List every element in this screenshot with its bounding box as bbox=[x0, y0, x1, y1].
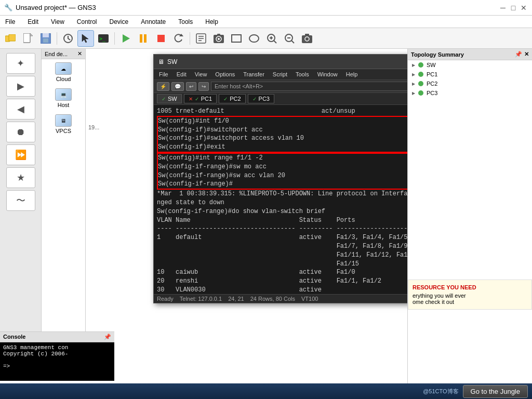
nav-btn-fast-forward[interactable]: ⏩ bbox=[6, 144, 35, 165]
reload-button[interactable] bbox=[170, 30, 187, 47]
tab-sw[interactable]: ✓ SW bbox=[157, 94, 182, 103]
tab-sw-check: ✓ bbox=[162, 96, 166, 102]
tab-pc2[interactable]: ✓ PC2 bbox=[219, 94, 245, 103]
pc2-status-dot bbox=[418, 81, 423, 86]
zoom-in-button[interactable] bbox=[263, 30, 280, 47]
history-button[interactable] bbox=[60, 30, 76, 47]
svg-line-30 bbox=[291, 41, 294, 43]
title-bar-controls: ─ □ ✕ bbox=[499, 4, 528, 12]
topology-pc2[interactable]: ▶ PC2 bbox=[408, 79, 532, 88]
term-toolbar-chat[interactable]: 💬 bbox=[171, 82, 184, 91]
zoom-out-button[interactable] bbox=[281, 30, 298, 47]
menu-device[interactable]: Device bbox=[107, 17, 132, 26]
open-folder-button[interactable] bbox=[2, 30, 19, 47]
console-pin[interactable]: 📌 bbox=[104, 334, 111, 340]
window-title: Unsaved project* — GNS3 bbox=[16, 4, 96, 11]
menu-file[interactable]: File bbox=[2, 17, 18, 26]
nav-btn-star[interactable]: ★ bbox=[6, 167, 35, 188]
term-toolbar-redo[interactable]: ↪ bbox=[198, 82, 209, 91]
console-panel: Console 📌 GNS3 management con Copyright … bbox=[0, 331, 114, 383]
pc3-name: PC3 bbox=[427, 90, 437, 96]
nav-btn-left-arrow[interactable]: ◀ bbox=[6, 99, 35, 119]
svg-marker-10 bbox=[123, 34, 130, 43]
device-host[interactable]: 💻 Host bbox=[42, 85, 85, 111]
svg-line-26 bbox=[274, 41, 276, 43]
menu-tools[interactable]: Tools bbox=[175, 17, 196, 26]
pc1-expand-icon: ▶ bbox=[412, 72, 415, 77]
term-menu-transfer[interactable]: Transfer bbox=[241, 70, 267, 78]
save-button[interactable] bbox=[37, 30, 54, 47]
topology-sw[interactable]: ▶ SW bbox=[408, 60, 532, 70]
edit-button[interactable] bbox=[193, 30, 209, 47]
topology-pin[interactable]: 📌 bbox=[515, 51, 522, 58]
terminal-content[interactable]: 1005 trnet-default act/unsup Sw(config)#… bbox=[154, 105, 407, 294]
topology-pc3[interactable]: ▶ PC3 bbox=[408, 88, 532, 98]
svg-rect-2 bbox=[23, 33, 30, 43]
term-menu-options[interactable]: Options bbox=[213, 70, 237, 78]
open-file-button[interactable] bbox=[20, 30, 36, 47]
ellipse-button[interactable] bbox=[246, 30, 262, 47]
term-menu-view[interactable]: View bbox=[193, 70, 209, 78]
vpcs-icon: 🖥 bbox=[55, 114, 72, 127]
tab-pc3[interactable]: ✓ PC3 bbox=[248, 94, 274, 103]
topology-controls: 📌 ✕ bbox=[515, 51, 529, 58]
menu-control[interactable]: Control bbox=[74, 17, 100, 26]
svg-rect-11 bbox=[140, 34, 142, 43]
play-button[interactable] bbox=[117, 30, 134, 47]
term-menu-window[interactable]: Window bbox=[315, 70, 340, 78]
device-cloud[interactable]: ☁ Cloud bbox=[42, 59, 85, 85]
pc2-name: PC2 bbox=[427, 81, 437, 87]
canvas-area[interactable]: SW f1/0 f1/2 f1/1 bbox=[86, 49, 407, 399]
camera-button[interactable] bbox=[299, 30, 315, 47]
menu-edit[interactable]: Edit bbox=[24, 17, 42, 26]
term-menu-script[interactable]: Script bbox=[271, 70, 289, 78]
nav-btn-right-arrow[interactable]: ▶ bbox=[6, 76, 35, 97]
menu-view[interactable]: View bbox=[48, 17, 68, 26]
topology-close[interactable]: ✕ bbox=[524, 51, 529, 58]
svg-rect-13 bbox=[157, 35, 165, 42]
device-vpcs[interactable]: 🖥 VPCS bbox=[42, 111, 85, 137]
sw-expand-icon: ▶ bbox=[412, 63, 415, 68]
menu-bar: File Edit View Control Device Annotate T… bbox=[0, 16, 532, 28]
term-menu-edit[interactable]: Edit bbox=[175, 70, 189, 78]
terminal-tabs: ✓ SW ✕ ✓ PC1 ✓ PC2 ✓ PC3 ◀ ▶ bbox=[154, 93, 407, 105]
tab-pc1[interactable]: ✕ ✓ PC1 bbox=[184, 94, 217, 103]
stop-button[interactable] bbox=[153, 30, 169, 47]
terminal-window: 🖥 SW ─ □ ✕ File Edit View Options Transf… bbox=[153, 54, 407, 303]
device-panel-title: End de... bbox=[45, 51, 68, 57]
tab-pc2-check: ✓ bbox=[223, 96, 228, 102]
nav-btn-wave[interactable]: 〜 bbox=[6, 190, 35, 211]
screenshot-button[interactable] bbox=[210, 30, 227, 47]
svg-point-21 bbox=[218, 38, 220, 40]
maximize-button[interactable]: □ bbox=[509, 4, 517, 12]
term-menu-file[interactable]: File bbox=[157, 70, 170, 78]
console-body[interactable]: GNS3 management con Copyright (c) 2006- … bbox=[0, 342, 114, 381]
sw-name: SW bbox=[427, 62, 436, 68]
terminal-host-input[interactable]: Enter host <Alt+R> bbox=[211, 82, 407, 91]
minimize-button[interactable]: ─ bbox=[499, 4, 507, 12]
console-line2: Copyright (c) 2006- bbox=[3, 351, 111, 357]
term-menu-help[interactable]: Help bbox=[344, 70, 360, 78]
pc2-expand-icon: ▶ bbox=[412, 82, 415, 86]
pause-button[interactable] bbox=[135, 30, 152, 47]
term-menu-tools[interactable]: Tools bbox=[294, 70, 311, 78]
term-toolbar-undo[interactable]: ↩ bbox=[186, 82, 196, 91]
rect-button[interactable] bbox=[228, 30, 245, 47]
nav-btn-1[interactable]: ✦ bbox=[6, 53, 35, 74]
cursor-button[interactable] bbox=[77, 30, 94, 47]
status-vt: VT100 bbox=[301, 296, 318, 302]
nav-btn-stop-circle[interactable]: ⏺ bbox=[6, 122, 35, 142]
menu-annotate[interactable]: Annotate bbox=[138, 17, 169, 26]
device-panel-close[interactable]: ✕ bbox=[77, 50, 82, 57]
pc3-expand-icon: ▶ bbox=[412, 91, 415, 96]
menu-help[interactable]: Help bbox=[202, 17, 221, 26]
close-button[interactable]: ✕ bbox=[520, 4, 528, 12]
console-button[interactable]: >_ bbox=[95, 30, 112, 47]
svg-text:19...: 19... bbox=[88, 124, 99, 130]
jungle-button[interactable]: Go to the Jungle bbox=[463, 385, 528, 398]
term-toolbar-lightning[interactable]: ⚡ bbox=[157, 82, 169, 91]
tab-pc3-label: PC3 bbox=[259, 96, 270, 102]
tab-pc1-check: ✓ bbox=[195, 96, 199, 102]
topology-pc1[interactable]: ▶ PC1 bbox=[408, 70, 532, 79]
console-header: Console 📌 bbox=[0, 332, 114, 342]
